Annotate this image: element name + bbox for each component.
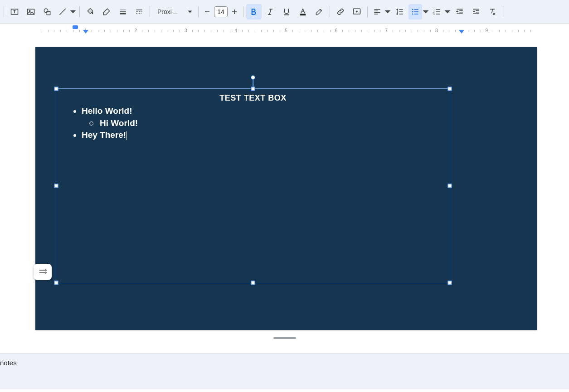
ruler-number: 3	[185, 28, 187, 33]
ruler-number: 7	[385, 28, 388, 33]
list-item: Hey There!	[82, 129, 441, 141]
comment-button[interactable]	[349, 4, 365, 19]
separator	[150, 6, 150, 17]
font-size-input[interactable]	[214, 6, 228, 17]
ruler-number: 9	[486, 28, 488, 33]
highlight-button[interactable]	[311, 4, 327, 19]
notes-placeholder: notes	[0, 359, 17, 367]
line-spacing-button[interactable]	[392, 4, 408, 19]
list-item: Hello World! Hi World!	[82, 105, 441, 129]
align-button[interactable]	[370, 4, 391, 19]
decrease-indent-button[interactable]	[452, 4, 467, 19]
resize-handle-tr[interactable]	[448, 87, 452, 91]
speaker-notes[interactable]: notes	[0, 353, 569, 389]
line-button[interactable]	[56, 4, 77, 19]
textbox-button[interactable]	[7, 4, 22, 19]
font-size-stepper	[201, 4, 240, 19]
resize-handle-ml[interactable]	[54, 184, 58, 188]
separator	[330, 6, 330, 17]
resize-handle-mr[interactable]	[448, 184, 452, 188]
text-cursor-icon	[126, 131, 127, 140]
font-family-label: Proxi…	[157, 8, 182, 15]
separator	[503, 6, 503, 17]
notes-drag-handle[interactable]	[273, 337, 296, 339]
ruler-number: 8	[435, 28, 438, 33]
link-button[interactable]	[333, 4, 348, 19]
font-family-select[interactable]: Proxi…	[153, 5, 195, 19]
fill-color-button[interactable]	[83, 4, 98, 19]
animation-button[interactable]	[34, 264, 52, 280]
svg-rect-5	[300, 14, 306, 15]
resize-handle-bl[interactable]	[54, 281, 58, 285]
resize-handle-tm[interactable]	[251, 87, 255, 91]
list-item: Hi World!	[100, 117, 441, 130]
decrease-font-button[interactable]	[201, 4, 213, 19]
textbox-content[interactable]: TEST TEXT BOX Hello World! Hi World! Hey…	[56, 89, 450, 146]
italic-button[interactable]	[263, 4, 278, 19]
bold-button[interactable]	[246, 4, 262, 19]
svg-text:3: 3	[433, 12, 435, 15]
border-weight-button[interactable]	[115, 4, 131, 19]
border-color-button[interactable]	[99, 4, 114, 19]
rotation-handle[interactable]	[251, 75, 255, 80]
bulleted-list-button[interactable]	[409, 4, 429, 19]
slide[interactable]: TEST TEXT BOX Hello World! Hi World! Hey…	[35, 47, 537, 330]
border-dash-button[interactable]	[131, 4, 147, 19]
ruler-number: 6	[335, 28, 338, 33]
text-color-button[interactable]	[295, 4, 311, 19]
image-button[interactable]	[23, 4, 39, 19]
svg-point-8	[412, 11, 413, 12]
increase-indent-button[interactable]	[468, 4, 484, 19]
toolbar: Proxi… 1	[0, 0, 569, 24]
resize-handle-br[interactable]	[448, 281, 452, 285]
ruler-number: 2	[134, 28, 137, 33]
separator	[198, 6, 199, 17]
shape-button[interactable]	[39, 4, 55, 19]
ruler-number: 5	[285, 28, 287, 33]
resize-handle-tl[interactable]	[54, 87, 58, 91]
ruler-number: 4	[235, 28, 238, 33]
separator	[243, 6, 243, 17]
separator	[4, 6, 4, 17]
svg-point-3	[44, 9, 48, 12]
separator	[367, 6, 368, 17]
underline-button[interactable]	[279, 4, 294, 19]
resize-handle-bm[interactable]	[251, 281, 255, 285]
separator	[79, 6, 80, 17]
numbered-list-button[interactable]: 123	[430, 4, 451, 19]
svg-point-7	[412, 9, 413, 10]
ruler[interactable]: 123456789	[0, 28, 569, 40]
clear-formatting-button[interactable]	[485, 4, 500, 19]
increase-font-button[interactable]	[229, 4, 240, 19]
selected-textbox[interactable]: TEST TEXT BOX Hello World! Hi World! Hey…	[56, 88, 450, 283]
svg-point-9	[412, 13, 413, 15]
textbox-title[interactable]: TEST TEXT BOX	[65, 93, 441, 103]
